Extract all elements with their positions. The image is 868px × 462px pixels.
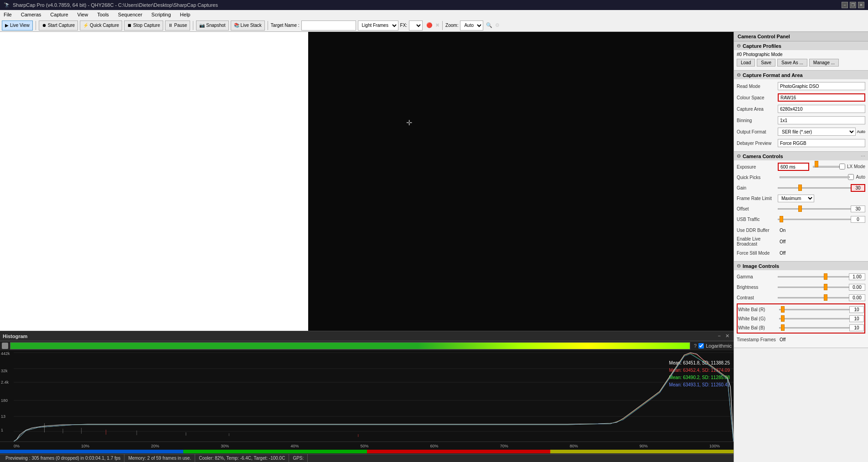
image-controls-header[interactable]: ⊖ Image Controls bbox=[734, 262, 868, 270]
image-view: ✛ bbox=[0, 32, 734, 331]
capture-profiles-header[interactable]: ⊖ Capture Profiles bbox=[734, 41, 868, 50]
offset-value[interactable] bbox=[851, 205, 865, 212]
menu-tools[interactable]: Tools bbox=[95, 11, 111, 18]
usb-traffic-row: USB Traffic bbox=[737, 215, 865, 224]
contrast-slider[interactable] bbox=[778, 293, 849, 302]
fx-dropdown[interactable] bbox=[409, 21, 423, 31]
pause-button[interactable]: ⏸ Pause bbox=[165, 21, 190, 31]
x-label-0: 0% bbox=[14, 444, 20, 448]
separator-1 bbox=[36, 21, 36, 30]
bar-yellow bbox=[550, 450, 734, 453]
wb-g-slider[interactable] bbox=[779, 314, 849, 323]
enable-live-label: Enable Live Broadcast bbox=[737, 236, 778, 246]
status-bar: Previewing : 305 frames (0 dropped) in 0… bbox=[0, 454, 734, 462]
gain-slider[interactable] bbox=[778, 183, 851, 192]
manage-btn[interactable]: Manage ... bbox=[809, 59, 839, 67]
wb-b-slider[interactable] bbox=[779, 323, 849, 332]
menu-sequencer[interactable]: Sequencer bbox=[116, 11, 144, 18]
bar-red bbox=[367, 450, 550, 453]
wb-b-label: White Bal (B) bbox=[738, 325, 779, 330]
exposure-slider[interactable] bbox=[811, 164, 837, 170]
histogram-close-btn[interactable]: ✕ bbox=[724, 333, 731, 339]
menu-scripting[interactable]: Scripting bbox=[150, 11, 173, 18]
lx-mode-checkbox[interactable] bbox=[839, 164, 845, 169]
capture-format-header[interactable]: ⊖ Capture Format and Area bbox=[734, 71, 868, 79]
channel-all-dot bbox=[2, 343, 8, 349]
contrast-value[interactable] bbox=[849, 294, 865, 301]
histogram-svg bbox=[14, 350, 734, 441]
gain-value[interactable] bbox=[851, 184, 865, 192]
offset-slider[interactable] bbox=[778, 204, 851, 213]
menu-help[interactable]: Help bbox=[178, 11, 192, 18]
usb-traffic-slider[interactable] bbox=[778, 215, 851, 224]
histogram-minimize-btn[interactable]: − bbox=[717, 333, 722, 339]
format-title: Capture Format and Area bbox=[743, 72, 865, 78]
output-auto-label: Auto bbox=[857, 129, 865, 134]
frame-rate-row: Frame Rate Limit Maximum bbox=[737, 194, 865, 203]
menu-view[interactable]: View bbox=[76, 11, 90, 18]
live-view-button[interactable]: ▶ Live View bbox=[2, 21, 33, 31]
offset-label: Offset bbox=[737, 206, 778, 211]
wb-r-slider[interactable] bbox=[779, 305, 849, 314]
live-stack-button[interactable]: 📚 Live Stack bbox=[231, 21, 265, 31]
image-controls-section: ⊖ Image Controls Gamma Brightness bbox=[734, 262, 868, 348]
histogram-help-btn[interactable]: ? bbox=[694, 343, 697, 349]
output-format-select[interactable]: SER file (*.ser) bbox=[778, 128, 856, 136]
image-display-white bbox=[0, 32, 308, 331]
wb-b-row: White Bal (B) bbox=[738, 323, 864, 332]
settings-icon[interactable]: ⚙ bbox=[495, 22, 500, 28]
minimize-button[interactable]: − bbox=[842, 2, 848, 8]
load-btn[interactable]: Load bbox=[737, 59, 755, 67]
x-label-20: 20% bbox=[151, 444, 159, 448]
frame-rate-dropdown[interactable]: Maximum bbox=[778, 195, 814, 202]
enable-live-row: Enable Live Broadcast Off bbox=[737, 236, 865, 246]
gamma-slider[interactable] bbox=[778, 272, 849, 281]
wb-g-value[interactable] bbox=[849, 315, 864, 322]
snapshot-button[interactable]: 📷 Snapshot bbox=[196, 21, 228, 31]
quick-capture-icon: ⚡ bbox=[83, 23, 88, 28]
timestamp-row: Timestamp Frames Off bbox=[737, 334, 865, 344]
image-display-dark: ✛ bbox=[308, 32, 734, 331]
x-label-40: 40% bbox=[290, 444, 299, 448]
profile-buttons: Load Save Save As ... Manage ... bbox=[737, 59, 865, 67]
gamma-label: Gamma bbox=[737, 274, 778, 279]
target-name-input[interactable] bbox=[301, 21, 356, 31]
wb-r-value[interactable] bbox=[849, 306, 864, 313]
memory-status: Memory: 2 of 59 frames in use. bbox=[124, 454, 195, 462]
brightness-value[interactable] bbox=[849, 284, 865, 291]
colour-space-label: Colour Space bbox=[737, 95, 778, 100]
stop-capture-icon: ⏹ bbox=[127, 23, 132, 28]
menu-file[interactable]: File bbox=[2, 11, 14, 18]
x-label-70: 70% bbox=[500, 444, 508, 448]
stop-capture-button[interactable]: ⏹ Stop Capture bbox=[124, 21, 163, 31]
x-label-30: 30% bbox=[221, 444, 229, 448]
zoom-dropdown[interactable]: Auto bbox=[460, 21, 483, 31]
pause-icon: ⏸ bbox=[168, 23, 173, 28]
restore-button[interactable]: ❐ bbox=[850, 2, 856, 8]
brightness-slider[interactable] bbox=[778, 282, 849, 292]
exposure-value[interactable]: 600 ms bbox=[778, 163, 809, 171]
usb-traffic-label: USB Traffic bbox=[737, 217, 778, 222]
force-still-value: Off bbox=[778, 250, 865, 256]
start-capture-button[interactable]: ⏺ Start Capture bbox=[39, 21, 78, 31]
logarithmic-checkbox[interactable] bbox=[698, 343, 704, 349]
close-button[interactable]: ✕ bbox=[858, 2, 864, 8]
colour-space-value: RAW16 bbox=[778, 93, 865, 102]
read-mode-label: Read Mode bbox=[737, 84, 778, 89]
light-frames-dropdown[interactable]: Light Frames bbox=[358, 21, 398, 31]
menu-capture[interactable]: Capture bbox=[48, 11, 70, 18]
image-ctrl-title: Image Controls bbox=[743, 263, 865, 269]
bar-green bbox=[183, 450, 367, 453]
format-icon: ⊖ bbox=[737, 72, 741, 78]
gamma-value[interactable] bbox=[849, 273, 865, 280]
quick-capture-button[interactable]: ⚡ Quick Capture bbox=[80, 21, 122, 31]
menu-cameras[interactable]: Cameras bbox=[19, 11, 43, 18]
camera-controls-header[interactable]: ⊖ Camera Controls ⋯ bbox=[734, 152, 868, 160]
zoom-in-icon[interactable]: 🔍 bbox=[486, 22, 492, 28]
save-btn[interactable]: Save bbox=[757, 59, 775, 67]
usb-traffic-value[interactable] bbox=[851, 216, 865, 223]
quick-picks-slider[interactable] bbox=[778, 174, 848, 180]
debayer-value: Force RGGB bbox=[778, 139, 865, 147]
save-as-btn[interactable]: Save As ... bbox=[777, 59, 807, 67]
wb-b-value[interactable] bbox=[849, 324, 864, 331]
